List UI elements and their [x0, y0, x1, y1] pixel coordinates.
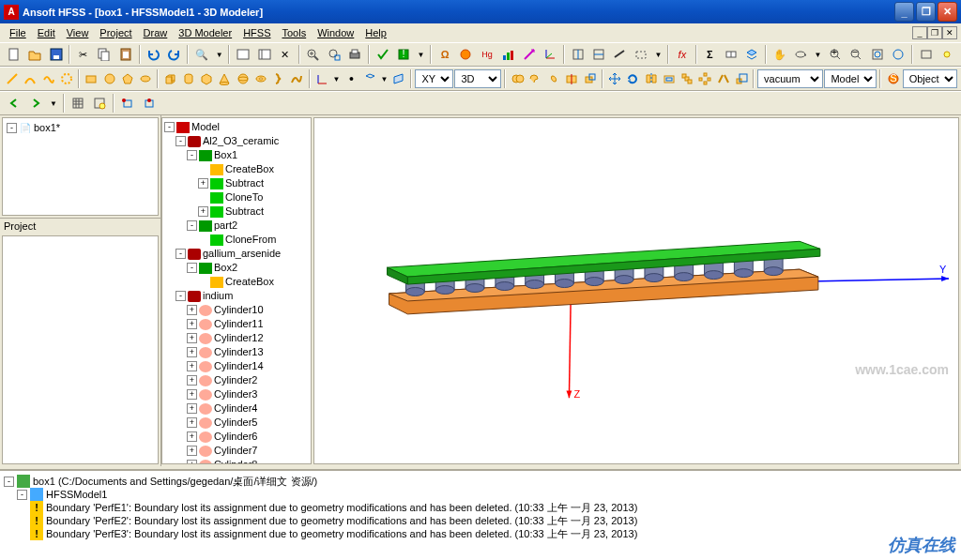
tree-expand-button[interactable]: + — [187, 305, 197, 315]
tree-expand-button[interactable]: - — [175, 291, 186, 301]
tree-expand-button[interactable] — [198, 192, 208, 203]
sphere-button[interactable] — [234, 68, 251, 89]
menu-hfss[interactable]: HFSS — [237, 25, 276, 40]
tree-button[interactable] — [254, 44, 274, 65]
sum-button[interactable]: Σ — [700, 44, 720, 65]
point-button[interactable]: • — [343, 68, 359, 89]
bondwire-button[interactable] — [288, 68, 305, 89]
zoom-out-fit-button[interactable]: − — [847, 44, 866, 65]
tree-expand-button[interactable]: - — [187, 150, 197, 160]
close-button[interactable]: ✕ — [938, 2, 957, 22]
menu-tools[interactable]: Tools — [276, 25, 312, 40]
redo-button[interactable] — [164, 44, 184, 65]
subtract-button[interactable] — [527, 68, 544, 89]
duplicate-ang-button[interactable] — [696, 68, 713, 89]
tree-expand-button[interactable]: - — [164, 122, 175, 132]
zoom-fit-button[interactable]: + — [825, 44, 845, 65]
validate-button[interactable] — [373, 44, 392, 65]
field-button[interactable] — [456, 44, 476, 65]
tree-item[interactable]: CloneTo — [164, 190, 309, 204]
bbox-button[interactable] — [916, 44, 936, 65]
find-button[interactable]: 🔍 — [191, 44, 211, 65]
zoom-in-button[interactable] — [303, 44, 323, 65]
tree-item[interactable]: -Al2_O3_ceramic — [164, 134, 309, 148]
zoom-area-button[interactable] — [324, 44, 343, 65]
tree-item[interactable]: +Cylinder13 — [164, 345, 309, 359]
arc-button[interactable] — [22, 68, 38, 89]
select-button[interactable] — [631, 44, 650, 65]
layers-button[interactable] — [741, 44, 761, 65]
pan-button[interactable]: ✋ — [770, 44, 789, 65]
hg-button[interactable]: Hg — [477, 44, 496, 65]
menu-draw[interactable]: Draw — [138, 25, 174, 40]
dropdown-icon[interactable]: ▼ — [652, 51, 665, 59]
menu-help[interactable]: Help — [359, 25, 392, 40]
menu-window[interactable]: Window — [312, 25, 359, 40]
print-button[interactable] — [345, 44, 365, 65]
unite-button[interactable] — [509, 68, 526, 89]
spline-button[interactable] — [40, 68, 57, 89]
ellipse-button[interactable] — [137, 68, 154, 89]
grid-settings-button[interactable] — [89, 93, 110, 114]
tree-expand-button[interactable] — [198, 235, 208, 245]
tree-expand-button[interactable]: - — [7, 123, 17, 133]
tree-expand-button[interactable] — [198, 164, 208, 174]
fx-button[interactable]: fx — [672, 44, 692, 65]
cut-button[interactable]: ✂ — [73, 44, 93, 65]
coord-button[interactable] — [540, 44, 559, 65]
tree-expand-button[interactable]: - — [187, 263, 197, 273]
menu-file[interactable]: File — [4, 25, 32, 40]
menu-edit[interactable]: Edit — [32, 25, 61, 40]
cs-button[interactable] — [313, 68, 330, 89]
back-button[interactable] — [4, 93, 24, 114]
rotate-button[interactable] — [790, 44, 810, 65]
imprint-button[interactable] — [582, 68, 599, 89]
new-button[interactable] — [4, 44, 23, 65]
select-mode-button[interactable]: S — [884, 68, 901, 89]
measure-button[interactable] — [610, 44, 630, 65]
tree-item[interactable]: +Cylinder4 — [164, 401, 309, 416]
yz-icon[interactable] — [568, 44, 587, 65]
fit-sel-button[interactable] — [889, 44, 908, 65]
tree-expand-button[interactable]: + — [187, 389, 197, 400]
split-button[interactable] — [563, 68, 580, 89]
dropdown-icon[interactable]: ▼ — [213, 51, 226, 59]
tree-item[interactable]: -Box2 — [164, 261, 309, 275]
toggle-button[interactable] — [721, 44, 740, 65]
tree-item[interactable]: CloneFrom — [164, 233, 309, 247]
tree-expand-button[interactable]: - — [17, 490, 27, 500]
cylinder-button[interactable] — [180, 68, 197, 89]
material-select[interactable]: vacuum — [757, 69, 823, 88]
snap-grid-button[interactable] — [68, 93, 88, 114]
light-button[interactable] — [937, 44, 956, 65]
undo-button[interactable] — [144, 44, 163, 65]
tree-item[interactable]: -Box1 — [164, 148, 309, 162]
line-button[interactable] — [4, 68, 21, 89]
tree-expand-button[interactable]: + — [187, 446, 197, 456]
properties-panel[interactable] — [2, 235, 159, 464]
dropdown-icon[interactable]: ▼ — [415, 51, 428, 59]
tree-item[interactable]: +Cylinder8 — [164, 458, 309, 464]
options-button[interactable] — [233, 44, 252, 65]
3d-viewport[interactable]: Y Z — [313, 117, 959, 464]
scale-button[interactable] — [733, 68, 750, 89]
chart-button[interactable] — [498, 44, 518, 65]
tree-item[interactable]: +Subtract — [164, 176, 309, 190]
snap-2-button[interactable] — [139, 93, 160, 114]
tree-item[interactable]: +Cylinder5 — [164, 416, 309, 430]
open-button[interactable] — [24, 44, 44, 65]
analyze-button[interactable]: ! — [393, 44, 413, 65]
rotate-obj-button[interactable] — [624, 68, 641, 89]
omega-button[interactable]: Ω — [435, 44, 454, 65]
tree-expand-button[interactable] — [198, 277, 208, 287]
tree-item[interactable]: +Cylinder10 — [164, 303, 309, 317]
minimize-button[interactable]: _ — [894, 2, 914, 22]
maximize-button[interactable]: ❐ — [916, 2, 936, 22]
mdi-restore-button[interactable]: ❐ — [927, 26, 942, 39]
dropdown-icon[interactable]: ▼ — [47, 99, 60, 108]
tree-expand-button[interactable]: + — [187, 460, 197, 464]
tree-expand-button[interactable]: - — [4, 477, 14, 487]
intersect-button[interactable] — [545, 68, 562, 89]
tree-item[interactable]: +Subtract — [164, 204, 309, 219]
tree-item[interactable]: -gallium_arsenide — [164, 247, 309, 261]
